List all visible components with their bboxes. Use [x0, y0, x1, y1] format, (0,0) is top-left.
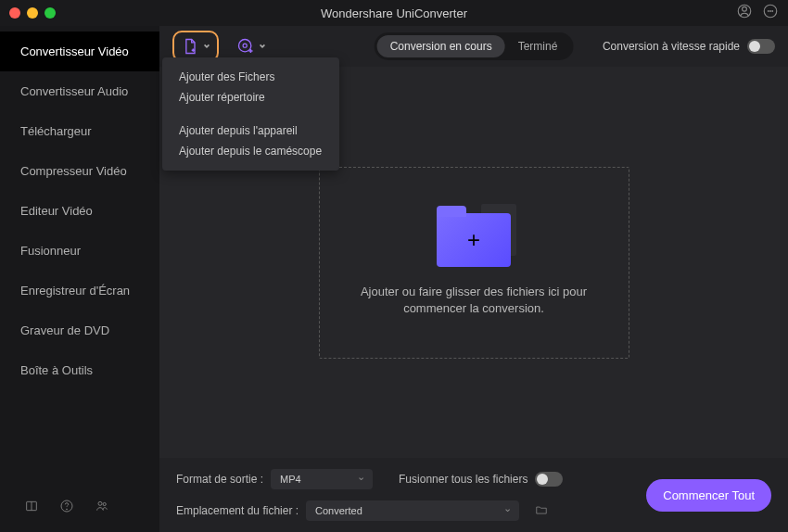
- minimize-window[interactable]: [27, 7, 38, 19]
- dropzone-text: Ajouter ou faire glisser des fichiers ic…: [320, 284, 629, 317]
- community-icon[interactable]: [95, 499, 109, 517]
- guide-icon[interactable]: [24, 499, 39, 517]
- titlebar: Wondershare UniConverter: [0, 0, 788, 26]
- file-location-label: Emplacement du fichier :: [176, 504, 299, 517]
- svg-point-9: [98, 501, 102, 505]
- sidebar-item-toolbox[interactable]: Boîte à Outils: [0, 350, 159, 390]
- svg-point-10: [103, 502, 106, 505]
- start-all-button[interactable]: Commencer Tout: [646, 479, 771, 512]
- tab-finished[interactable]: Terminé: [505, 35, 571, 57]
- menu-add-from-camcorder[interactable]: Ajouter depuis le caméscope: [162, 141, 339, 161]
- sidebar-item-merger[interactable]: Fusionneur: [0, 231, 159, 271]
- close-window[interactable]: [9, 7, 20, 19]
- file-dropzone[interactable]: + Ajouter ou faire glisser des fichiers …: [319, 167, 629, 359]
- chevron-down-icon: [203, 43, 210, 50]
- add-file-dropdown: Ajouter des Fichers Ajouter répertoire A…: [162, 57, 339, 171]
- disc-add-icon: [236, 37, 255, 56]
- plus-icon: +: [467, 227, 480, 253]
- menu-add-files[interactable]: Ajouter des Fichers: [162, 67, 339, 87]
- output-format-select[interactable]: MP4: [271, 469, 373, 489]
- svg-point-3: [768, 11, 769, 12]
- sidebar-item-audio-converter[interactable]: Convertisseur Audio: [0, 71, 159, 111]
- sidebar-item-video-editor[interactable]: Editeur Vidéo: [0, 191, 159, 231]
- sidebar-item-dvd-burner[interactable]: Graveur de DVD: [0, 310, 159, 350]
- open-folder-button[interactable]: [534, 503, 549, 519]
- bottom-bar: Format de sortie : MP4 Fusionner tous le…: [159, 458, 788, 532]
- status-tabs: Conversion en cours Terminé: [375, 32, 574, 60]
- feedback-icon[interactable]: [762, 3, 779, 23]
- svg-point-5: [772, 11, 773, 12]
- window-controls: [9, 7, 56, 19]
- app-title: Wondershare UniConverter: [9, 6, 779, 20]
- file-location-select[interactable]: Converted: [306, 500, 519, 521]
- high-speed-label: Conversion à vitesse rapide: [603, 40, 740, 53]
- output-format-label: Format de sortie :: [176, 473, 263, 486]
- menu-add-folder[interactable]: Ajouter répertoire: [162, 87, 339, 108]
- sidebar: Convertisseur Vidéo Convertisseur Audio …: [0, 26, 159, 532]
- svg-point-4: [770, 11, 771, 12]
- add-document-icon: [181, 37, 199, 56]
- maximize-window[interactable]: [44, 7, 56, 19]
- merge-files-toggle[interactable]: [535, 472, 563, 487]
- add-from-device-button[interactable]: [230, 32, 273, 60]
- high-speed-toggle[interactable]: [747, 39, 775, 54]
- svg-point-1: [743, 6, 747, 11]
- chevron-down-icon: [259, 43, 266, 50]
- svg-point-11: [239, 40, 251, 52]
- account-icon[interactable]: [736, 3, 753, 23]
- svg-point-8: [67, 509, 68, 510]
- tab-in-progress[interactable]: Conversion en cours: [377, 35, 505, 57]
- folder-icon: +: [437, 208, 511, 267]
- sidebar-item-screen-recorder[interactable]: Enregistreur d'Écran: [0, 271, 159, 310]
- menu-add-from-device[interactable]: Ajouter depuis l'appareil: [162, 120, 339, 141]
- merge-files-label: Fusionner tous les fichiers: [399, 473, 527, 486]
- sidebar-item-video-converter[interactable]: Convertisseur Vidéo: [0, 32, 159, 71]
- help-icon[interactable]: [59, 499, 74, 517]
- sidebar-item-downloader[interactable]: Téléchargeur: [0, 111, 159, 151]
- svg-point-12: [243, 44, 247, 47]
- sidebar-item-video-compressor[interactable]: Compresseur Vidéo: [0, 151, 159, 191]
